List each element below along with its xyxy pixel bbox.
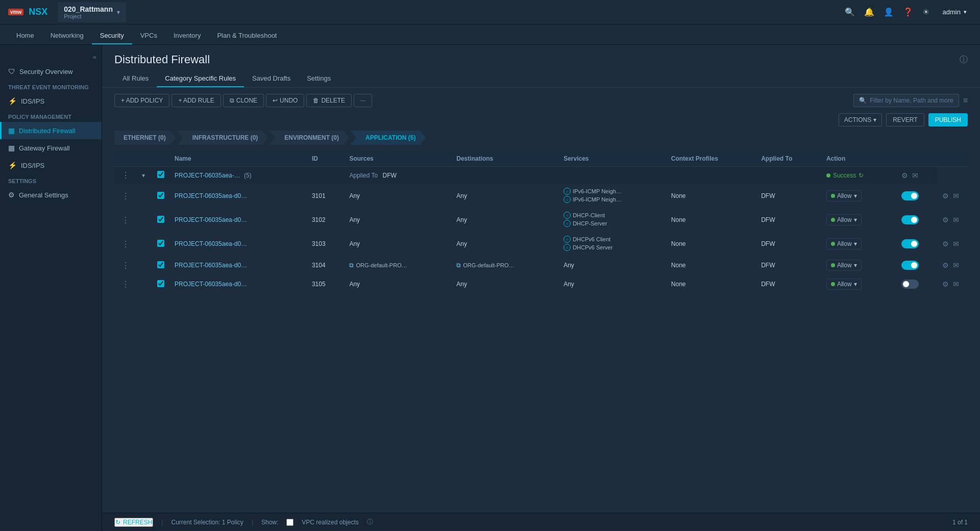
nav-tab-home[interactable]: Home bbox=[8, 28, 42, 44]
add-rule-button[interactable]: + ADD RULE bbox=[172, 94, 220, 107]
policy-dots-icon[interactable]: ⋮ bbox=[119, 170, 132, 181]
vpc-objects-checkbox[interactable] bbox=[286, 519, 293, 526]
rule-dots-icon[interactable]: ⋮ bbox=[119, 215, 132, 225]
rule-checkbox[interactable] bbox=[157, 192, 164, 199]
row-edit-icon[interactable]: ✉ bbox=[953, 192, 959, 200]
rule-dots-icon[interactable]: ⋮ bbox=[119, 191, 132, 201]
refresh-icon[interactable]: ↻ bbox=[859, 172, 864, 179]
rule-enable-toggle[interactable] bbox=[901, 239, 919, 248]
rule-dots-icon[interactable]: ⋮ bbox=[119, 239, 132, 249]
nav-tab-security[interactable]: Security bbox=[92, 28, 132, 44]
add-policy-button[interactable]: + ADD POLICY bbox=[114, 94, 169, 107]
tab-settings[interactable]: Settings bbox=[299, 70, 339, 87]
rule-dots-icon[interactable]: ⋮ bbox=[119, 260, 132, 271]
row-settings-icon[interactable]: ⚙ bbox=[942, 240, 949, 248]
row-edit-icon[interactable]: ✉ bbox=[953, 261, 959, 269]
sun-icon[interactable]: ☀ bbox=[922, 7, 929, 17]
rule-checkbox-cell[interactable] bbox=[152, 232, 169, 256]
more-button[interactable]: ··· bbox=[354, 94, 372, 107]
sidebar-item-security-overview[interactable]: 🛡 Security Overview bbox=[0, 63, 102, 80]
row-edit-icon[interactable]: ✉ bbox=[953, 240, 959, 248]
revert-button[interactable]: REVERT bbox=[886, 113, 924, 127]
policy-expand[interactable]: ▾ bbox=[137, 167, 152, 184]
row-edit-icon[interactable]: ✉ bbox=[953, 280, 959, 288]
rule-name-cell: PROJECT-06035aea-d0… bbox=[169, 208, 307, 232]
policy-applied-to-cell: Applied To DFW bbox=[344, 167, 756, 184]
sidebar-collapse-btn[interactable]: « bbox=[0, 51, 102, 63]
rule-dots-icon[interactable]: ⋮ bbox=[119, 279, 132, 290]
row-settings-icon[interactable]: ⚙ bbox=[942, 216, 949, 224]
rule-enable-toggle[interactable] bbox=[901, 261, 919, 270]
toggle-slider bbox=[901, 239, 919, 248]
sidebar-item-general-settings[interactable]: ⚙ General Settings bbox=[0, 186, 102, 204]
nav-tab-vpcs[interactable]: VPCs bbox=[132, 28, 165, 44]
policy-chevron-icon[interactable]: ▾ bbox=[142, 172, 145, 179]
vpc-info-icon[interactable]: ⓘ bbox=[367, 518, 373, 526]
rule-checkbox-cell[interactable] bbox=[152, 208, 169, 232]
policy-edit-icon[interactable]: ✉ bbox=[912, 171, 918, 180]
row-settings-icon[interactable]: ⚙ bbox=[942, 192, 949, 200]
clone-icon: ⧉ bbox=[230, 97, 234, 104]
rule-action: Allow ▾ bbox=[821, 275, 896, 294]
nav-tab-inventory[interactable]: Inventory bbox=[165, 28, 209, 44]
tab-category-specific[interactable]: Category Specific Rules bbox=[157, 70, 244, 87]
help-icon[interactable]: ❓ bbox=[903, 7, 913, 17]
action-allow-button[interactable]: Allow ▾ bbox=[826, 190, 862, 201]
rule-enable-toggle[interactable] bbox=[901, 191, 919, 200]
sidebar-item-ids-ips-1[interactable]: ⚡ IDS/IPS bbox=[0, 92, 102, 110]
rule-checkbox[interactable] bbox=[157, 261, 164, 268]
rule-context: None bbox=[666, 256, 756, 275]
pipeline-environment[interactable]: ENVIRONMENT (0) bbox=[269, 131, 349, 145]
row-settings-icon[interactable]: ⚙ bbox=[942, 261, 949, 269]
action-allow-button[interactable]: Allow ▾ bbox=[826, 279, 862, 290]
rule-checkbox-cell[interactable] bbox=[152, 184, 169, 208]
delete-button[interactable]: 🗑 DELETE bbox=[306, 94, 352, 107]
policy-checkbox-cell[interactable] bbox=[152, 167, 169, 184]
rule-checkbox[interactable] bbox=[157, 216, 164, 223]
rule-checkbox[interactable] bbox=[157, 280, 164, 287]
row-settings-icon[interactable]: ⚙ bbox=[942, 280, 949, 288]
col-drag bbox=[114, 151, 137, 167]
admin-section[interactable]: admin ▾ bbox=[938, 6, 972, 18]
rule-name-cell: PROJECT-06035aea-d0… bbox=[169, 275, 307, 294]
admin-dropdown-icon[interactable]: ▾ bbox=[964, 9, 967, 15]
nav-tab-networking[interactable]: Networking bbox=[42, 28, 92, 44]
page-help-icon[interactable]: ⓘ bbox=[960, 55, 968, 65]
clone-button[interactable]: ⧉ CLONE bbox=[223, 94, 264, 107]
sidebar-item-gateway-firewall[interactable]: ▦ Gateway Firewall bbox=[0, 139, 102, 157]
rule-enable-toggle[interactable] bbox=[901, 215, 919, 224]
rule-sources: Any bbox=[344, 275, 451, 294]
rule-checkbox[interactable] bbox=[157, 240, 164, 247]
action-allow-button[interactable]: Allow ▾ bbox=[826, 214, 862, 225]
refresh-button[interactable]: ↻ REFRESH bbox=[114, 518, 153, 527]
tab-all-rules[interactable]: All Rules bbox=[114, 70, 157, 87]
project-selector[interactable]: 020_Rattmann Project ▾ bbox=[58, 2, 126, 22]
rule-enable-toggle[interactable] bbox=[901, 280, 919, 289]
sidebar-item-distributed-firewall[interactable]: ▦ Distributed Firewall bbox=[0, 122, 102, 139]
filter-options-icon[interactable]: ≡ bbox=[963, 96, 968, 105]
action-allow-button[interactable]: Allow ▾ bbox=[826, 260, 862, 271]
tab-saved-drafts[interactable]: Saved Drafts bbox=[244, 70, 299, 87]
rule-services: ○ DHCPv6 Client ○ DHCPv6 Server bbox=[558, 232, 666, 256]
bell-icon[interactable]: 🔔 bbox=[864, 7, 874, 17]
policy-settings-icon[interactable]: ⚙ bbox=[901, 171, 908, 180]
rule-checkbox-cell[interactable] bbox=[152, 275, 169, 294]
project-dropdown-icon[interactable]: ▾ bbox=[117, 9, 120, 16]
pipeline-ethernet[interactable]: ETHERNET (0) bbox=[114, 131, 176, 145]
filter-input-container[interactable]: 🔍 Filter by Name, Path and more bbox=[853, 94, 959, 107]
user-circle-icon[interactable]: 👤 bbox=[884, 7, 894, 17]
pipeline-application[interactable]: APPLICATION (5) bbox=[350, 131, 426, 145]
rule-id: 3105 bbox=[307, 275, 345, 294]
publish-button[interactable]: PUBLISH bbox=[928, 113, 968, 127]
actions-dropdown-button[interactable]: ACTIONS ▾ bbox=[839, 113, 882, 127]
undo-button[interactable]: ↩ UNDO bbox=[266, 94, 304, 107]
sidebar-item-ids-ips-2[interactable]: ⚡ IDS/IPS bbox=[0, 157, 102, 174]
policy-checkbox[interactable] bbox=[157, 171, 164, 178]
col-row-actions bbox=[937, 151, 968, 167]
search-icon[interactable]: 🔍 bbox=[845, 7, 855, 17]
rule-checkbox-cell[interactable] bbox=[152, 256, 169, 275]
action-allow-button[interactable]: Allow ▾ bbox=[826, 238, 862, 249]
row-edit-icon[interactable]: ✉ bbox=[953, 216, 959, 224]
nav-tab-plan[interactable]: Plan & Troubleshoot bbox=[209, 28, 285, 44]
pipeline-infrastructure[interactable]: INFRASTRUCTURE (0) bbox=[177, 131, 268, 145]
